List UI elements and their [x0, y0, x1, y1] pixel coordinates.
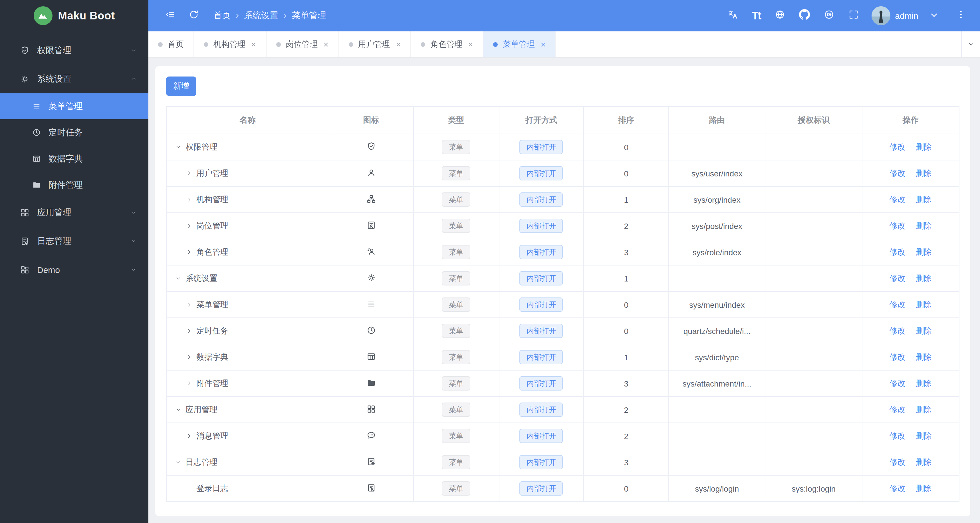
expand-collapse-icon[interactable]: [173, 275, 183, 282]
expand-collapse-icon[interactable]: [185, 354, 194, 360]
tab-close-icon[interactable]: ×: [541, 40, 546, 49]
tab-4[interactable]: 角色管理×: [411, 31, 484, 57]
sidebar-item-log[interactable]: 日志管理: [0, 227, 148, 255]
edit-link[interactable]: 修改: [889, 142, 905, 151]
cell-type: 菜单: [413, 475, 499, 502]
cell-type: 菜单: [413, 213, 499, 239]
tab-home[interactable]: 首页: [148, 31, 194, 57]
menu-name: 数据字典: [196, 352, 228, 362]
cell-icon: [329, 397, 414, 423]
cell-open-mode: 内部打开: [499, 370, 584, 397]
sidebar-item-auth[interactable]: 权限管理: [0, 36, 148, 65]
expand-collapse-icon[interactable]: [185, 223, 194, 229]
sidebar-item-demo[interactable]: Demo: [0, 255, 148, 284]
expand-collapse-icon[interactable]: [185, 196, 194, 203]
delete-link[interactable]: 删除: [916, 483, 932, 493]
cell-route: sys/log/login: [669, 475, 765, 502]
sidebar-subitem-menu[interactable]: 菜单管理: [0, 93, 148, 120]
tab-close-icon[interactable]: ×: [396, 40, 401, 49]
breadcrumb-system[interactable]: 系统设置: [244, 10, 278, 21]
expand-collapse-icon[interactable]: [173, 144, 183, 150]
edit-link[interactable]: 修改: [889, 247, 905, 256]
avatar[interactable]: [872, 6, 890, 25]
cell-open-mode: 内部打开: [499, 475, 584, 502]
edit-link[interactable]: 修改: [889, 221, 905, 230]
delete-link[interactable]: 删除: [916, 273, 932, 282]
column-header-3: 打开方式: [499, 107, 584, 134]
sidebar-subitem-schedule[interactable]: 定时任务: [0, 120, 148, 145]
cell-name: 应用管理: [166, 397, 329, 423]
cell-type: 菜单: [413, 265, 499, 292]
username[interactable]: admin: [895, 11, 918, 21]
tab-2[interactable]: 岗位管理×: [267, 31, 339, 57]
expand-collapse-icon[interactable]: [185, 328, 194, 334]
github-icon[interactable]: [792, 9, 817, 22]
delete-link[interactable]: 删除: [916, 168, 932, 177]
delete-link[interactable]: 删除: [916, 405, 932, 414]
sidebar-subitem-label: 菜单管理: [49, 101, 83, 112]
edit-link[interactable]: 修改: [889, 457, 905, 466]
user-chevron-down-icon[interactable]: [922, 10, 946, 23]
collapse-sidebar-icon[interactable]: [159, 9, 182, 22]
tab-5[interactable]: 菜单管理×: [484, 31, 556, 57]
edit-link[interactable]: 修改: [889, 195, 905, 204]
edit-link[interactable]: 修改: [889, 300, 905, 309]
delete-link[interactable]: 删除: [916, 326, 932, 335]
delete-link[interactable]: 删除: [916, 195, 932, 204]
edit-link[interactable]: 修改: [889, 326, 905, 335]
topbar: 首页 › 系统设置 › 菜单管理 Tt admin: [148, 0, 980, 31]
font-size-icon[interactable]: Tt: [745, 10, 768, 22]
edit-link[interactable]: 修改: [889, 273, 905, 282]
expand-collapse-icon[interactable]: [185, 301, 194, 308]
cell-type: 菜单: [413, 449, 499, 475]
delete-link[interactable]: 删除: [916, 142, 932, 151]
sidebar-subitem-dict[interactable]: 数据字典: [0, 145, 148, 172]
expand-collapse-icon[interactable]: [185, 433, 194, 439]
org-tree-icon: [366, 194, 376, 204]
cell-sort: 0: [584, 292, 669, 318]
globe-icon[interactable]: [768, 9, 792, 22]
refresh-icon[interactable]: [182, 9, 205, 22]
breadcrumb-home[interactable]: 首页: [213, 10, 231, 21]
expand-collapse-icon[interactable]: [185, 170, 194, 177]
sidebar-item-app[interactable]: 应用管理: [0, 198, 148, 227]
translate-icon[interactable]: [720, 9, 745, 22]
expand-collapse-icon[interactable]: [173, 459, 183, 465]
tab-1[interactable]: 机构管理×: [194, 31, 267, 57]
app-title: Maku Boot: [58, 10, 115, 22]
delete-link[interactable]: 删除: [916, 221, 932, 230]
tab-close-icon[interactable]: ×: [468, 40, 473, 49]
tab-3[interactable]: 用户管理×: [339, 31, 411, 57]
expand-collapse-icon[interactable]: [173, 407, 183, 413]
cell-sort: 3: [584, 449, 669, 475]
delete-link[interactable]: 删除: [916, 247, 932, 256]
delete-link[interactable]: 删除: [916, 378, 932, 387]
tab-close-icon[interactable]: ×: [251, 40, 256, 49]
sidebar-subitem-attachment[interactable]: 附件管理: [0, 172, 148, 198]
edit-link[interactable]: 修改: [889, 352, 905, 361]
log-doc-icon: [20, 236, 30, 246]
sidebar-item-system[interactable]: 系统设置: [0, 65, 148, 93]
edit-link[interactable]: 修改: [889, 431, 905, 440]
cell-auth: [765, 318, 862, 344]
tab-close-icon[interactable]: ×: [324, 40, 329, 49]
cell-actions: 修改删除: [862, 213, 959, 239]
grid-alt-icon: [20, 265, 30, 274]
kebab-menu-icon[interactable]: [948, 9, 973, 22]
delete-link[interactable]: 删除: [916, 300, 932, 309]
expand-collapse-icon[interactable]: [185, 249, 194, 255]
gitee-icon[interactable]: [817, 9, 841, 22]
delete-link[interactable]: 删除: [916, 457, 932, 466]
add-button[interactable]: 新增: [166, 77, 196, 96]
delete-link[interactable]: 删除: [916, 352, 932, 361]
fullscreen-icon[interactable]: [841, 9, 866, 22]
edit-link[interactable]: 修改: [889, 405, 905, 414]
delete-link[interactable]: 删除: [916, 431, 932, 440]
name-wrap: 岗位管理: [171, 221, 324, 231]
edit-link[interactable]: 修改: [889, 168, 905, 177]
log-doc-icon: [366, 456, 376, 466]
edit-link[interactable]: 修改: [889, 483, 905, 493]
edit-link[interactable]: 修改: [889, 378, 905, 387]
expand-collapse-icon[interactable]: [185, 380, 194, 387]
tab-list-dropdown[interactable]: [961, 31, 980, 57]
